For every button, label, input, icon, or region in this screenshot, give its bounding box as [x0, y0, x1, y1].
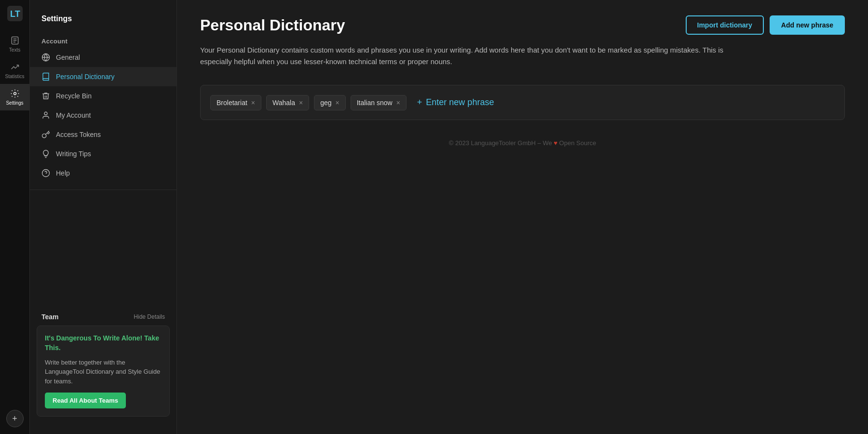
globe-icon [41, 53, 50, 62]
tag-remove-broletariat[interactable]: × [251, 99, 255, 106]
svg-point-12 [42, 170, 50, 177]
nav-statistics[interactable]: Statistics [0, 57, 29, 84]
nav-divider [30, 190, 176, 190]
tag-remove-italian-snow[interactable]: × [396, 99, 400, 106]
trash-icon [41, 92, 50, 100]
nav-label-personal-dictionary: Personal Dictionary [56, 73, 114, 81]
key-icon [41, 130, 50, 139]
app-logo[interactable]: LT [6, 5, 24, 22]
nav-item-access-tokens[interactable]: Access Tokens [30, 125, 176, 144]
book-icon [41, 72, 50, 81]
tag-label: geg [320, 99, 331, 107]
header-buttons: Import dictionary Add new phrase [686, 15, 845, 35]
nav-item-writing-tips[interactable]: Writing Tips [30, 144, 176, 163]
import-dictionary-button[interactable]: Import dictionary [686, 15, 764, 35]
main-header: Personal Dictionary Import dictionary Ad… [177, 0, 868, 44]
team-section: Team Hide Details It's Dangerous To Writ… [37, 202, 170, 424]
hide-details-button[interactable]: Hide Details [134, 313, 165, 320]
enter-phrase-label: Enter new phrase [426, 97, 494, 108]
team-card: It's Dangerous To Write Alone! Take This… [37, 326, 170, 417]
page-description: Your Personal Dictionary contains custom… [200, 44, 731, 68]
lightbulb-icon [41, 149, 50, 158]
nav-label-recycle-bin: Recycle Bin [56, 92, 92, 100]
add-button[interactable]: + [6, 410, 24, 427]
nav-label-writing-tips: Writing Tips [56, 150, 91, 158]
account-section-label: Account [30, 33, 176, 48]
nav-label-my-account: My Account [56, 111, 91, 119]
tag-label: Wahala [272, 99, 295, 107]
nav-item-personal-dictionary[interactable]: Personal Dictionary [30, 67, 176, 86]
tags-container: Broletariat × Wahala × geg × Italian sno… [200, 85, 845, 120]
svg-point-8 [14, 93, 16, 95]
icon-sidebar: LT Texts Statistics Settings + [0, 0, 30, 434]
nav-texts[interactable]: Texts [0, 31, 29, 57]
footer-text: © 2023 LanguageTooler GmbH – We ♥ Open S… [200, 139, 845, 147]
svg-text:LT: LT [10, 9, 20, 19]
enter-phrase-trigger[interactable]: + Enter new phrase [411, 94, 500, 111]
team-header-label: Team [41, 313, 59, 321]
tag-geg: geg × [314, 95, 346, 110]
user-icon [41, 111, 50, 120]
nav-item-my-account[interactable]: My Account [30, 106, 176, 125]
tag-label: Broletariat [217, 99, 247, 107]
main-body: Your Personal Dictionary contains custom… [177, 44, 868, 434]
tag-remove-wahala[interactable]: × [299, 99, 303, 106]
nav-item-recycle-bin[interactable]: Recycle Bin [30, 86, 176, 106]
page-title: Personal Dictionary [200, 16, 345, 34]
svg-point-11 [44, 112, 47, 115]
tag-broletariat: Broletariat × [210, 95, 261, 110]
nav-settings[interactable]: Settings [0, 84, 29, 110]
nav-item-help[interactable]: Help [30, 163, 176, 183]
nav-label-general: General [56, 54, 80, 61]
main-content: Personal Dictionary Import dictionary Ad… [177, 0, 868, 434]
tag-wahala: Wahala × [266, 95, 309, 110]
help-icon [41, 169, 50, 177]
nav-label-help: Help [56, 169, 70, 177]
settings-nav: Settings Account General Personal Dictio… [30, 0, 177, 434]
read-about-teams-button[interactable]: Read All About Teams [45, 393, 126, 408]
plus-icon: + [417, 97, 422, 108]
heart-icon: ♥ [554, 139, 557, 147]
nav-item-general[interactable]: General [30, 48, 176, 67]
team-card-description: Write better together with the LanguageT… [45, 358, 162, 386]
tag-italian-snow: Italian snow × [351, 95, 407, 110]
nav-label-access-tokens: Access Tokens [56, 131, 101, 138]
add-new-phrase-button[interactable]: Add new phrase [770, 15, 845, 35]
tag-label: Italian snow [357, 99, 393, 107]
tag-remove-geg[interactable]: × [336, 99, 339, 106]
team-card-title: It's Dangerous To Write Alone! Take This… [45, 334, 162, 353]
team-header: Team Hide Details [37, 313, 170, 321]
settings-nav-title: Settings [30, 10, 176, 33]
